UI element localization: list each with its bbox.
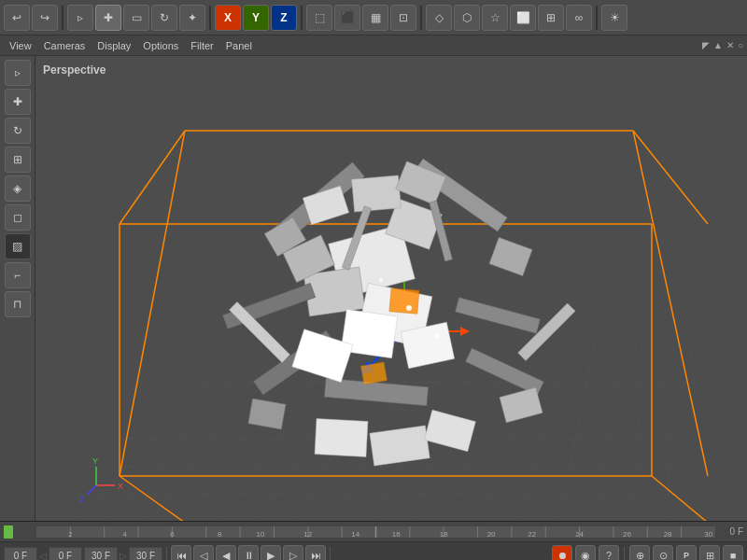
scale-button[interactable]: ▭ [123, 5, 149, 31]
end-frame-input[interactable] [84, 547, 118, 560]
add-button[interactable]: ✦ [179, 5, 205, 31]
timeline-track[interactable]: 2 4 6 8 10 12 14 16 18 20 22 24 26 28 30 [35, 525, 716, 539]
next-key-button[interactable]: ▷ [283, 545, 303, 560]
filter-menu[interactable]: Filter [185, 38, 218, 53]
close-icon[interactable]: ✕ [726, 40, 734, 50]
cameras-menu[interactable]: Cameras [38, 38, 92, 53]
left-box-btn[interactable]: ◻ [5, 204, 31, 231]
select-button[interactable]: ▹ [67, 5, 93, 31]
svg-line-43 [633, 131, 708, 224]
left-corner-btn[interactable]: ⌐ [5, 262, 31, 288]
svg-text:12: 12 [303, 530, 312, 538]
viewport[interactable]: X Y Z Perspective [35, 56, 747, 521]
svg-text:28: 28 [664, 530, 672, 538]
svg-line-46 [633, 131, 708, 476]
timeline-bar: 2 4 6 8 10 12 14 16 18 20 22 24 26 28 30… [0, 522, 747, 542]
second-toolbar: View Cameras Display Options Filter Pane… [0, 35, 747, 56]
panel-btn[interactable]: ■ [723, 545, 743, 560]
prev-key-button[interactable]: ◁ [193, 545, 214, 560]
svg-text:10: 10 [256, 530, 264, 538]
svg-text:Z: Z [79, 495, 85, 504]
panel-menu[interactable]: Panel [220, 38, 258, 53]
svg-rect-79 [396, 161, 446, 205]
left-rotate-btn[interactable]: ↻ [5, 118, 31, 144]
left-select-btn[interactable]: ▹ [5, 60, 31, 86]
ctrl-sep-1 [166, 547, 167, 560]
animate-button[interactable]: ⊙ [653, 545, 673, 560]
max-frame-input[interactable] [129, 547, 162, 560]
max-frame-label: 0 F [720, 526, 743, 537]
light-button[interactable]: ☀ [601, 5, 627, 31]
timeline-ticks-svg: 2 4 6 8 10 12 14 16 18 20 22 24 26 28 30 [36, 526, 715, 538]
svg-rect-81 [315, 419, 368, 457]
x-axis-button[interactable]: X [215, 5, 241, 31]
separator-3 [301, 6, 303, 30]
svg-rect-67 [455, 298, 540, 334]
svg-text:22: 22 [528, 530, 536, 538]
start-frame-input[interactable] [49, 547, 82, 560]
svg-point-92 [435, 334, 440, 339]
settings-button[interactable]: ⊕ [629, 545, 650, 560]
svg-text:Y: Y [92, 456, 98, 466]
svg-rect-85 [360, 362, 387, 385]
svg-line-45 [120, 131, 185, 476]
playhead-marker[interactable] [4, 525, 13, 539]
poly-select-button[interactable]: ⬛ [334, 5, 360, 31]
top-toolbar: ↩ ↪ ▹ ✚ ▭ ↻ ✦ X Y Z ⬚ ⬛ ▦ ⊡ ◇ ⬡ ☆ ⬜ ⊞ ∞ … [0, 0, 747, 35]
left-magnet-btn[interactable]: ⊓ [5, 291, 31, 317]
help-button[interactable]: ? [599, 545, 619, 560]
go-end-button[interactable]: ⏭ [305, 545, 326, 560]
redo-button[interactable]: ↪ [32, 5, 58, 31]
svg-text:6: 6 [170, 530, 175, 538]
options-menu[interactable]: Options [137, 38, 184, 53]
left-edit-btn[interactable]: ◈ [5, 175, 31, 202]
go-start-button[interactable]: ⏮ [171, 545, 191, 560]
svg-line-17 [689, 336, 708, 521]
box-select-button[interactable]: ⬚ [306, 5, 332, 31]
y-axis-button[interactable]: Y [243, 5, 269, 31]
key-button[interactable]: ◉ [575, 545, 596, 560]
effector-button[interactable]: ⬜ [510, 5, 536, 31]
step-back-button[interactable]: ◀ [216, 545, 236, 560]
frame-indicator [4, 525, 32, 539]
play-pause-button[interactable]: ⏸ [238, 545, 259, 560]
maximize-icon[interactable]: ◤ [702, 40, 710, 50]
left-create-btn[interactable]: ✚ [5, 89, 31, 115]
svg-marker-56 [460, 327, 470, 336]
bottom-area: 2 4 6 8 10 12 14 16 18 20 22 24 26 28 30… [0, 521, 747, 560]
svg-line-42 [120, 131, 185, 224]
nurbs-button[interactable]: ⬡ [454, 5, 480, 31]
fullscreen-icon[interactable]: ○ [738, 40, 743, 50]
move-button[interactable]: ✚ [95, 5, 121, 31]
undo-button[interactable]: ↩ [4, 5, 30, 31]
camera-button[interactable]: ⊡ [390, 5, 416, 31]
viewport-grid: X Y Z [35, 56, 747, 521]
step-fwd-button[interactable]: ▶ [261, 545, 281, 560]
deform-button[interactable]: ☆ [482, 5, 508, 31]
ctrl-sep-3 [624, 547, 625, 560]
spline-button[interactable]: ◇ [426, 5, 452, 31]
current-frame-input[interactable] [4, 547, 37, 560]
view-menu[interactable]: View [4, 38, 37, 53]
left-grid-btn[interactable]: ⊞ [5, 147, 31, 173]
z-axis-button[interactable]: Z [271, 5, 297, 31]
controls-bar: ◁ ▷ ⏮ ◁ ◀ ⏸ ▶ ▷ ⏭ ⏺ ◉ ? ⊕ ⊙ P ⊞ ■ [0, 542, 747, 560]
mograph-button[interactable]: ⊞ [538, 5, 564, 31]
main-area: ▹ ✚ ↻ ⊞ ◈ ◻ ▨ ⌐ ⊓ [0, 56, 747, 521]
hair-button[interactable]: ∞ [566, 5, 592, 31]
rotate-button[interactable]: ↻ [151, 5, 177, 31]
left-render-btn[interactable]: ▨ [5, 233, 31, 259]
svg-point-91 [379, 278, 383, 282]
frame-sep: ◁ [39, 551, 47, 561]
position-btn[interactable]: P [676, 545, 697, 560]
minimize-icon[interactable]: ▲ [713, 40, 723, 50]
svg-text:2: 2 [68, 530, 73, 538]
3d-object [222, 159, 575, 466]
separator-5 [596, 6, 598, 30]
scale-icon-btn[interactable]: ⊞ [699, 545, 720, 560]
film-button[interactable]: ▦ [362, 5, 388, 31]
svg-line-14 [596, 336, 624, 521]
record-button[interactable]: ⏺ [552, 545, 572, 560]
svg-text:X: X [118, 482, 123, 491]
display-menu[interactable]: Display [92, 38, 136, 53]
